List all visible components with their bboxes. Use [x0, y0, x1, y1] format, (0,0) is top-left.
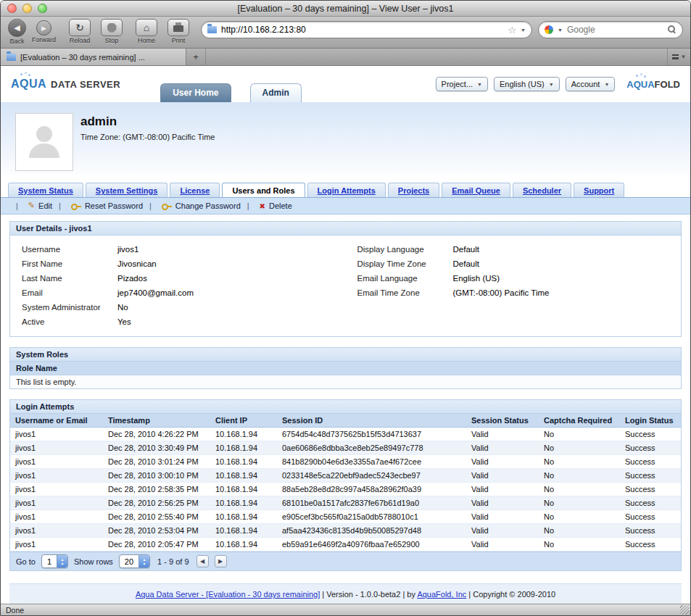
go-to-label: Go to	[16, 557, 36, 566]
table-row[interactable]: jivos1 Dec 28, 2010 2:55:40 PM 10.168.1.…	[10, 510, 681, 524]
cell-session-id: eb59a91e6469f2a40976fbaa7e652900	[277, 538, 466, 552]
footer-aquafold-link[interactable]: AquaFold, Inc	[417, 590, 466, 599]
admin-tab[interactable]: System Settings	[86, 183, 168, 197]
cell-login-status: Success	[620, 510, 681, 524]
table-row[interactable]: jivos1 Dec 28, 2010 3:30:49 PM 10.168.1.…	[10, 441, 681, 455]
show-rows-label: Show rows	[74, 557, 113, 566]
traffic-lights	[7, 4, 47, 13]
reload-label: Reload	[70, 37, 91, 44]
cell-client-ip: 10.168.1.94	[210, 524, 277, 538]
cell-login-status: Success	[620, 455, 681, 469]
cell-timestamp: Dec 28, 2010 2:58:35 PM	[103, 483, 210, 496]
table-row[interactable]: jivos1 Dec 28, 2010 2:53:04 PM 10.168.1.…	[10, 524, 681, 538]
table-row[interactable]: jivos1 Dec 28, 2010 4:26:22 PM 10.168.1.…	[10, 428, 681, 441]
close-button[interactable]	[7, 4, 17, 13]
next-page-button[interactable]: ▶	[215, 555, 227, 567]
table-row[interactable]: jivos1 Dec 28, 2010 3:01:24 PM 10.168.1.…	[10, 455, 681, 469]
user-details-panel: User Details - jivos1 Username jivos1 Fi…	[9, 221, 682, 337]
url-dropdown-icon[interactable]: ▼	[521, 28, 526, 33]
reload-button[interactable]: ↻	[69, 19, 91, 36]
column-header[interactable]: Username or Email	[10, 414, 103, 428]
search-bar[interactable]: ▼	[538, 21, 683, 38]
admin-tab[interactable]: System Status	[8, 183, 83, 197]
main-nav-tab[interactable]: Admin	[250, 83, 302, 102]
header-dropdown-button[interactable]: English (US) ▼	[494, 77, 560, 91]
tab-list-button[interactable]: ▼	[667, 49, 690, 65]
admin-tab[interactable]: License	[170, 183, 220, 197]
table-row[interactable]: jivos1 Dec 28, 2010 2:56:25 PM 10.168.1.…	[10, 496, 681, 510]
header-dropdown-button[interactable]: Account ▼	[566, 77, 616, 91]
stop-label: Stop	[105, 37, 119, 44]
search-input[interactable]	[567, 25, 663, 35]
cell-timestamp: Dec 28, 2010 2:05:47 PM	[103, 538, 210, 552]
column-header[interactable]: Session ID	[277, 414, 466, 428]
rows-select[interactable]: 20 ▲▼	[119, 554, 150, 568]
bookmark-star-icon[interactable]: ☆	[508, 25, 516, 36]
resize-grip[interactable]	[680, 605, 690, 615]
stop-button[interactable]	[101, 19, 123, 36]
footer-app-link[interactable]: Aqua Data Server - [Evaluation - 30 days…	[136, 590, 320, 599]
page-select[interactable]: 1 ▲▼	[41, 554, 68, 568]
table-row[interactable]: jivos1 Dec 28, 2010 2:05:47 PM 10.168.1.…	[10, 538, 681, 552]
main-nav-tab[interactable]: User Home	[160, 83, 231, 102]
header-dropdown-label: English (US)	[500, 80, 545, 88]
cell-client-ip: 10.168.1.94	[210, 469, 277, 483]
admin-tab[interactable]: Scheduler	[513, 183, 571, 197]
minimize-button[interactable]	[22, 4, 32, 13]
zoom-button[interactable]	[38, 4, 47, 13]
home-button[interactable]: ⌂	[136, 19, 157, 36]
action-link[interactable]: Edit	[9, 201, 52, 210]
url-input[interactable]	[221, 25, 503, 35]
action-link[interactable]: Change Password	[143, 201, 241, 210]
column-header[interactable]: Login Status	[620, 414, 681, 428]
admin-tab[interactable]: Support	[574, 183, 624, 197]
logo-rest-text: DATA SERVER	[51, 79, 120, 90]
column-header[interactable]: Session Status	[466, 414, 539, 428]
rows-stepper[interactable]: ▲▼	[138, 554, 149, 568]
user-info: admin Time Zone: (GMT:-08:00) Pacific Ti…	[80, 113, 215, 175]
column-header[interactable]: Captcha Required	[539, 414, 620, 428]
cell-session-status: Valid	[466, 469, 539, 483]
page-stepper[interactable]: ▲▼	[57, 554, 67, 568]
column-header[interactable]: Client IP	[210, 414, 277, 428]
detail-field: System Administrator No	[10, 300, 346, 315]
action-link[interactable]: Delete	[241, 201, 292, 210]
search-engine-dropdown-icon[interactable]: ▼	[558, 28, 563, 33]
print-button[interactable]	[167, 19, 189, 36]
print-button-group: Print	[167, 19, 189, 44]
cell-username: jivos1	[10, 441, 103, 455]
cell-session-status: Valid	[466, 483, 539, 496]
column-header[interactable]: Timestamp	[103, 414, 210, 428]
search-magnifier-icon[interactable]	[668, 25, 676, 34]
google-engine-icon[interactable]	[545, 25, 553, 34]
window-title: [Evaluation – 30 days remaining] – View …	[1, 4, 690, 14]
url-bar[interactable]: ☆ ▼	[201, 21, 532, 38]
browser-tab[interactable]: [Evaluation – 30 days remaining] ...	[1, 49, 186, 65]
admin-tab[interactable]: Login Attempts	[307, 183, 386, 197]
admin-tab-label: Users and Roles	[232, 186, 294, 195]
table-row[interactable]: jivos1 Dec 28, 2010 3:00:10 PM 10.168.1.…	[10, 469, 681, 483]
cell-client-ip: 10.168.1.94	[210, 496, 277, 510]
cell-session-status: Valid	[466, 441, 539, 455]
cell-captcha-required: No	[539, 483, 620, 496]
browser-tab-title: [Evaluation – 30 days remaining] ...	[20, 53, 145, 62]
prev-page-button[interactable]: ◀	[196, 555, 209, 567]
admin-tab[interactable]: Projects	[388, 183, 439, 197]
back-button[interactable]: ◀	[8, 19, 26, 37]
detail-field: Active Yes	[10, 315, 346, 329]
header-controls: Project... ▼ English (US) ▼ Account ▼	[436, 77, 680, 91]
header-dropdown-button[interactable]: Project... ▼	[436, 77, 488, 91]
cell-session-status: Valid	[466, 510, 539, 524]
cell-login-status: Success	[620, 428, 681, 441]
new-tab-button[interactable]: +	[186, 49, 206, 65]
table-head: Username or EmailTimestampClient IPSessi…	[10, 414, 681, 428]
admin-tab[interactable]: Users and Roles	[222, 183, 305, 197]
stepper-down-icon: ▼	[61, 562, 65, 566]
forward-button[interactable]: ▶	[36, 20, 51, 36]
table-row[interactable]: jivos1 Dec 28, 2010 2:58:35 PM 10.168.1.…	[10, 483, 681, 496]
cell-username: jivos1	[10, 483, 103, 496]
admin-tab[interactable]: Email Queue	[442, 183, 510, 197]
pagination-bar: Go to 1 ▲▼ Show rows 20 ▲▼ 1 - 9 of 9 ◀ …	[10, 552, 681, 570]
admin-tabs: System Status System Settings License Us…	[1, 183, 690, 198]
action-link[interactable]: Reset Password	[52, 201, 143, 210]
